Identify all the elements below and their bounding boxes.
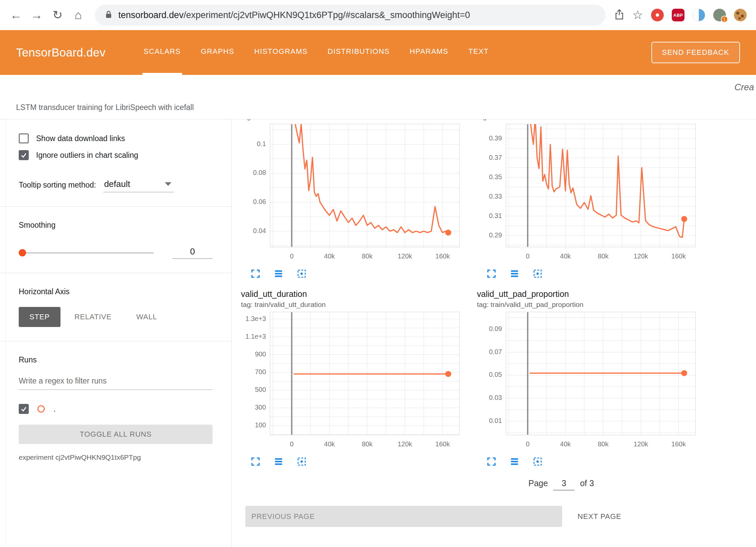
general-settings-section: Show data download links Ignore outliers… bbox=[0, 119, 231, 206]
tab-text[interactable]: TEXT bbox=[467, 30, 490, 75]
share-icon[interactable] bbox=[614, 8, 624, 22]
back-icon[interactable]: ← bbox=[8, 8, 24, 22]
run-list-item[interactable]: . bbox=[19, 404, 213, 414]
show-download-links-label: Show data download links bbox=[36, 134, 125, 143]
chart-toolbar bbox=[477, 454, 698, 470]
blue-extension-icon[interactable] bbox=[692, 9, 705, 21]
tooltip-sorting-row: Tooltip sorting method: default bbox=[19, 179, 213, 192]
ignore-outliers-row[interactable]: Ignore outliers in chart scaling bbox=[19, 150, 213, 160]
expand-chart-icon[interactable] bbox=[250, 456, 261, 470]
line-chart[interactable]: 0.040.060.080.1040k80k120k160k bbox=[241, 123, 462, 266]
cookie-extension-icon[interactable] bbox=[734, 9, 747, 21]
charts-content: tag: train/… 0.040.060.080.1040k80k120k1… bbox=[232, 119, 756, 547]
address-bar[interactable]: tensorboard.dev/experiment/cj2vtPiwQHKN9… bbox=[95, 5, 606, 25]
axis-relative-button[interactable]: RELATIVE bbox=[64, 307, 122, 327]
ignore-outliers-checkbox[interactable] bbox=[19, 150, 29, 160]
main-region: Show data download links Ignore outliers… bbox=[0, 119, 756, 547]
page-number-input[interactable] bbox=[553, 478, 575, 490]
forward-icon[interactable]: → bbox=[29, 8, 45, 22]
smoothing-section: Smoothing bbox=[0, 206, 231, 273]
axis-wall-button[interactable]: WALL bbox=[126, 307, 168, 327]
chart-tag: tag: train/valid_utt_duration bbox=[241, 301, 462, 311]
abp-extension-icon[interactable]: ABP bbox=[672, 9, 684, 21]
tab-graphs[interactable]: GRAPHS bbox=[200, 30, 236, 75]
chart-card-top-left: tag: train/… 0.040.060.080.1040k80k120k1… bbox=[241, 119, 462, 283]
svg-text:120k: 120k bbox=[398, 440, 412, 448]
next-page-button[interactable]: NEXT PAGE bbox=[578, 512, 621, 521]
slider-thumb[interactable] bbox=[19, 249, 26, 256]
line-chart[interactable]: 0.010.030.050.070.09040k80k120k160k bbox=[477, 311, 698, 454]
chart-toolbar bbox=[241, 266, 462, 283]
experiment-title: LSTM transducer training for LibriSpeech… bbox=[16, 103, 194, 112]
show-download-links-checkbox[interactable] bbox=[19, 133, 29, 143]
fit-domain-icon[interactable] bbox=[296, 268, 307, 283]
svg-text:0: 0 bbox=[526, 252, 529, 260]
browser-toolbar: ← → ↻ ⌂ tensorboard.dev/experiment/cj2vt… bbox=[0, 0, 756, 30]
bookmark-star-icon[interactable]: ☆ bbox=[632, 8, 643, 22]
svg-text:0.31: 0.31 bbox=[489, 212, 502, 219]
pager-buttons: PREVIOUS PAGE NEXT PAGE bbox=[245, 506, 698, 527]
expand-chart-icon[interactable] bbox=[250, 268, 261, 283]
svg-text:40k: 40k bbox=[324, 440, 335, 448]
chart-card-valid-utt-duration: valid_utt_duration tag: train/valid_utt_… bbox=[241, 289, 462, 470]
runs-section: Runs . TOGGLE ALL RUNS experiment cj2vtP… bbox=[0, 341, 231, 475]
toggle-y-axis-icon[interactable] bbox=[509, 268, 520, 283]
adblock-extension-icon[interactable] bbox=[651, 9, 664, 21]
tab-histograms[interactable]: HISTOGRAMS bbox=[253, 30, 309, 75]
line-chart[interactable]: 1003005007009001.1e+31.3e+3040k80k120k16… bbox=[241, 311, 462, 454]
svg-text:0.06: 0.06 bbox=[253, 198, 266, 205]
chart-tag: tag: train/valid_utt_pad_proportion bbox=[477, 301, 698, 311]
horizontal-axis-buttons: STEP RELATIVE WALL bbox=[19, 307, 213, 327]
send-feedback-button[interactable]: SEND FEEDBACK bbox=[651, 42, 740, 63]
expand-chart-icon[interactable] bbox=[486, 456, 497, 470]
horizontal-axis-section: Horizontal Axis STEP RELATIVE WALL bbox=[0, 273, 231, 341]
fit-domain-icon[interactable] bbox=[296, 456, 307, 470]
chart-card-valid-utt-pad-proportion: valid_utt_pad_proportion tag: train/vali… bbox=[477, 289, 698, 470]
svg-text:120k: 120k bbox=[634, 440, 648, 448]
axis-step-button[interactable]: STEP bbox=[19, 307, 60, 327]
runs-filter-input[interactable] bbox=[19, 374, 213, 390]
reload-icon[interactable]: ↻ bbox=[49, 8, 66, 22]
profile-avatar[interactable]: 1 bbox=[713, 9, 726, 21]
chart-toolbar bbox=[241, 454, 462, 470]
svg-text:700: 700 bbox=[255, 368, 266, 375]
svg-text:0.04: 0.04 bbox=[253, 227, 266, 234]
avatar-badge: 1 bbox=[721, 16, 728, 23]
tab-distributions[interactable]: DISTRIBUTIONS bbox=[326, 30, 391, 75]
svg-text:80k: 80k bbox=[362, 252, 373, 260]
fit-domain-icon[interactable] bbox=[532, 268, 543, 283]
page-of-label: of 3 bbox=[580, 478, 594, 488]
svg-text:1.3e+3: 1.3e+3 bbox=[245, 315, 266, 322]
svg-text:300: 300 bbox=[255, 404, 266, 411]
settings-sidebar: Show data download links Ignore outliers… bbox=[0, 119, 232, 547]
run-color-swatch-icon bbox=[37, 405, 45, 413]
fit-domain-icon[interactable] bbox=[532, 456, 543, 470]
tab-scalars[interactable]: SCALARS bbox=[142, 30, 182, 75]
svg-text:0.39: 0.39 bbox=[489, 134, 502, 142]
tab-hparams[interactable]: HPARAMS bbox=[408, 30, 450, 75]
run-checkbox[interactable] bbox=[19, 404, 29, 414]
tooltip-sorting-label: Tooltip sorting method: bbox=[19, 181, 96, 192]
subheader: Crea LSTM transducer training for LibriS… bbox=[0, 75, 756, 119]
toggle-y-axis-icon[interactable] bbox=[273, 456, 284, 470]
browser-actions: ☆ ABP 1 bbox=[614, 8, 748, 22]
smoothing-value-input[interactable] bbox=[172, 246, 213, 259]
show-download-links-row[interactable]: Show data download links bbox=[19, 133, 213, 143]
svg-text:0: 0 bbox=[290, 440, 293, 448]
app-logo[interactable]: TensorBoard.dev bbox=[16, 46, 106, 59]
expand-chart-icon[interactable] bbox=[486, 268, 497, 283]
tooltip-sorting-select[interactable]: default bbox=[103, 179, 174, 192]
toggle-y-axis-icon[interactable] bbox=[509, 456, 520, 470]
previous-page-button[interactable]: PREVIOUS PAGE bbox=[245, 506, 562, 527]
home-icon[interactable]: ⌂ bbox=[70, 8, 86, 22]
chart-title: valid_utt_pad_proportion bbox=[477, 289, 698, 301]
run-name: . bbox=[53, 405, 55, 414]
svg-text:80k: 80k bbox=[598, 252, 609, 260]
svg-text:500: 500 bbox=[255, 386, 266, 393]
horizontal-axis-label: Horizontal Axis bbox=[19, 287, 213, 296]
chart-tag: tag: train/… bbox=[477, 119, 698, 123]
toggle-all-runs-button[interactable]: TOGGLE ALL RUNS bbox=[19, 425, 213, 444]
smoothing-slider[interactable] bbox=[19, 249, 154, 257]
toggle-y-axis-icon[interactable] bbox=[273, 268, 284, 283]
line-chart[interactable]: 0.290.310.330.350.370.39040k80k120k160k bbox=[477, 123, 698, 266]
